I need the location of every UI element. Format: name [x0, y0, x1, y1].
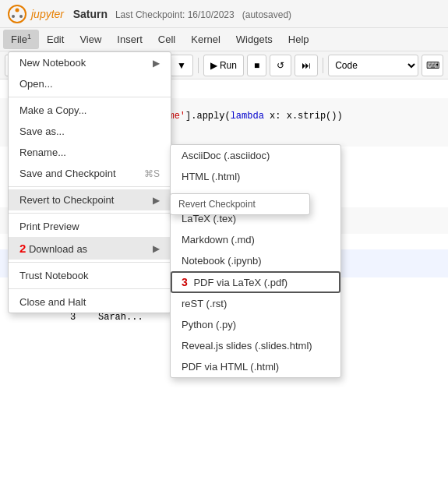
- notebook-name: Saturn: [73, 8, 108, 20]
- restart-run-button[interactable]: ⏭: [295, 55, 318, 76]
- menu-save-as[interactable]: Save as...: [9, 121, 171, 142]
- toolbar-separator-2: [198, 58, 199, 73]
- menu-save-checkpoint[interactable]: Save and Checkpoint ⌘S: [9, 163, 171, 184]
- revert-submenu: Revert Checkpoint: [170, 193, 310, 215]
- step-badge-3: 3: [182, 276, 188, 288]
- divider-3: [9, 213, 171, 214]
- file-menu-dropdown: New Notebook ▶ Open... Make a Copy... Sa…: [8, 51, 171, 313]
- menu-revert-checkpoint[interactable]: Revert to Checkpoint ▶: [9, 189, 171, 210]
- download-rst[interactable]: reST (.rst): [171, 293, 340, 314]
- download-python[interactable]: Python (.py): [171, 314, 340, 335]
- menu-widgets[interactable]: Widgets: [228, 30, 280, 48]
- divider-1: [9, 97, 171, 97]
- download-notebook[interactable]: Notebook (.ipynb): [171, 250, 340, 271]
- menu-close-halt[interactable]: Close and Halt: [9, 292, 171, 313]
- svg-point-2: [12, 15, 15, 18]
- jupyter-logo: [8, 5, 26, 23]
- menu-file[interactable]: File1: [3, 30, 39, 48]
- svg-point-1: [16, 8, 19, 12]
- toolbar-separator-3: [323, 58, 323, 73]
- menu-rename[interactable]: Rename...: [9, 142, 171, 163]
- checkpoint-info: Last Checkpoint: 16/10/2023 (autosaved): [115, 9, 291, 20]
- menu-help[interactable]: Help: [280, 30, 317, 48]
- run-button[interactable]: ▶ Run: [203, 55, 244, 76]
- download-pdf-latex[interactable]: 3 PDF via LaTeX (.pdf): [171, 271, 340, 293]
- download-pdf-html[interactable]: PDF via HTML (.html): [171, 356, 340, 377]
- revert-arrow-icon: ▶: [153, 195, 160, 206]
- menu-bar: File1 Edit View Insert Cell Kernel Widge…: [0, 28, 448, 51]
- stop-button[interactable]: ■: [247, 55, 266, 76]
- keyboard-shortcuts-button[interactable]: ⌨: [422, 55, 443, 76]
- divider-4: [9, 262, 171, 263]
- menu-print-preview[interactable]: Print Preview: [9, 216, 171, 237]
- menu-edit[interactable]: Edit: [39, 30, 72, 48]
- menu-kernel[interactable]: Kernel: [183, 30, 228, 48]
- title-bar-text: jupyter Saturn Last Checkpoint: 16/10/20…: [31, 8, 291, 20]
- menu-open[interactable]: Open...: [9, 73, 171, 94]
- step-badge-2: 2: [19, 242, 26, 255]
- download-asciidoc[interactable]: AsciiDoc (.asciidoc): [171, 145, 340, 166]
- restart-button[interactable]: ↺: [270, 55, 291, 76]
- download-revealjs[interactable]: Reveal.js slides (.slides.html): [171, 335, 340, 356]
- cell-type-select[interactable]: Code Markdown Raw NBConvert Heading: [328, 55, 418, 76]
- menu-insert[interactable]: Insert: [109, 30, 150, 48]
- app-name: jupyter: [31, 8, 64, 20]
- menu-view[interactable]: View: [72, 30, 109, 48]
- revert-checkpoint-text: Revert Checkpoint: [178, 199, 256, 210]
- download-markdown[interactable]: Markdown (.md): [171, 229, 340, 250]
- menu-make-copy[interactable]: Make a Copy...: [9, 100, 171, 121]
- menu-trust-notebook[interactable]: Trust Notebook: [9, 265, 171, 286]
- svg-point-0: [9, 5, 26, 23]
- save-checkpoint-shortcut: ⌘S: [144, 168, 160, 179]
- svg-point-3: [19, 15, 23, 18]
- download-arrow-icon: ▶: [153, 243, 160, 254]
- menu-cell[interactable]: Cell: [150, 30, 183, 48]
- title-bar: jupyter Saturn Last Checkpoint: 16/10/20…: [0, 0, 448, 28]
- download-html[interactable]: HTML (.html): [171, 166, 340, 187]
- divider-2: [9, 186, 171, 187]
- download-submenu: AsciiDoc (.asciidoc) HTML (.html) HTML +…: [170, 144, 341, 378]
- divider-5: [9, 288, 171, 289]
- move-down-button[interactable]: ▼: [170, 55, 193, 76]
- menu-download-as[interactable]: 2 Download as ▶: [9, 237, 171, 260]
- arrow-icon: ▶: [153, 58, 160, 69]
- menu-new-notebook[interactable]: New Notebook ▶: [9, 52, 171, 73]
